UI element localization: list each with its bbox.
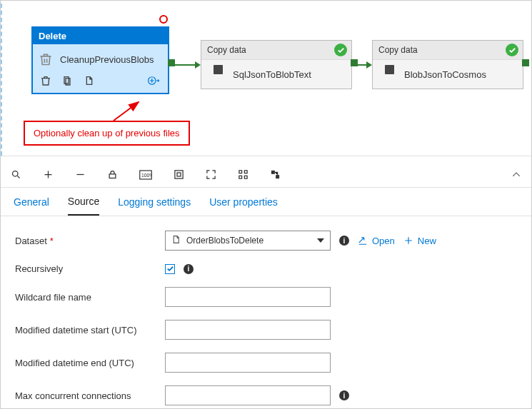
new-dataset-button[interactable]: New: [403, 236, 436, 246]
modified-end-input[interactable]: [165, 353, 331, 373]
zoom-100-icon[interactable]: 100%: [139, 170, 152, 180]
recursively-label: Recursively: [15, 263, 165, 274]
svg-rect-3: [109, 174, 116, 178]
activity-copy-2[interactable]: Copy data BlobJsonToCosmos: [372, 40, 523, 89]
add-output-icon[interactable]: [146, 74, 161, 87]
output-port[interactable]: [522, 59, 529, 66]
tab-general[interactable]: General: [14, 189, 49, 215]
svg-rect-13: [276, 175, 279, 178]
activity-type-label: Delete: [33, 28, 168, 44]
svg-line-1: [114, 102, 139, 121]
canvas-guide-line: [1, 4, 2, 156]
properties-tabs: General Source Logging settings User pro…: [1, 188, 531, 216]
search-icon[interactable]: [11, 169, 21, 180]
annotation-callout: Optionally clean up of previous files: [24, 121, 190, 146]
activity-name: BlobJsonToCosmos: [404, 69, 486, 80]
activity-delete[interactable]: Delete CleanupPreviousBlobs: [31, 26, 169, 94]
canvas-toolbar: 100%: [1, 162, 531, 188]
collapse-panel-icon[interactable]: [511, 170, 521, 180]
tab-source[interactable]: Source: [68, 188, 99, 216]
modified-start-input[interactable]: [165, 320, 331, 340]
validated-check-icon: [506, 44, 518, 56]
delete-action-icon[interactable]: [40, 75, 51, 86]
open-dataset-button[interactable]: Open: [358, 236, 395, 246]
copy-data-icon: [209, 67, 226, 81]
fullscreen-icon[interactable]: [206, 169, 216, 180]
auto-align-icon[interactable]: [238, 169, 249, 180]
activity-name: SqlJsonToBlobText: [233, 69, 311, 80]
info-icon[interactable]: i: [339, 390, 349, 400]
svg-text:100%: 100%: [141, 173, 152, 178]
dataset-select[interactable]: OrderBlobsToDelete: [165, 231, 331, 251]
copy-action-icon[interactable]: [83, 75, 94, 86]
svg-point-2: [13, 171, 19, 177]
zoom-in-icon[interactable]: [43, 169, 54, 180]
lock-icon[interactable]: [107, 169, 118, 180]
connector-arrow: [175, 61, 201, 69]
source-form: Dataset* OrderBlobsToDelete i Open New R…: [1, 216, 531, 409]
annotation-arrow: [110, 101, 142, 122]
recursively-checkbox[interactable]: [165, 264, 175, 274]
document-icon: [171, 234, 181, 247]
tab-user-properties[interactable]: User properties: [209, 189, 278, 215]
copy-data-icon: [380, 67, 397, 81]
svg-rect-9: [244, 171, 247, 173]
zoom-out-icon[interactable]: [75, 169, 86, 180]
wildcard-input[interactable]: [165, 287, 331, 307]
connector-arrow: [352, 61, 372, 69]
output-port[interactable]: [168, 59, 175, 66]
modified-end-label: Modified datetime end (UTC): [15, 358, 165, 368]
annotation-marker-circle: [159, 15, 168, 24]
svg-rect-6: [175, 171, 183, 178]
svg-rect-10: [239, 176, 242, 178]
validated-check-icon: [334, 44, 347, 56]
dataset-label: Dataset*: [15, 236, 165, 246]
max-conn-label: Max concurrent connections: [15, 390, 165, 401]
dataset-value: OrderBlobsToDelete: [186, 236, 317, 246]
max-conn-input[interactable]: [165, 385, 331, 405]
clone-action-icon[interactable]: [61, 75, 73, 86]
pipeline-canvas[interactable]: Delete CleanupPreviousBlobs Copy data: [1, 1, 531, 156]
info-icon[interactable]: i: [339, 236, 349, 246]
svg-rect-8: [239, 171, 242, 173]
fit-screen-icon[interactable]: [174, 169, 184, 180]
svg-rect-11: [244, 176, 247, 178]
info-icon[interactable]: i: [184, 264, 194, 274]
activity-type-label: Copy data: [378, 45, 418, 55]
svg-rect-7: [177, 173, 181, 176]
wildcard-label: Wildcard file name: [15, 292, 165, 303]
activity-copy-1[interactable]: Copy data SqlJsonToBlobText: [201, 40, 352, 89]
caret-down-icon: [317, 238, 324, 243]
trash-icon: [39, 51, 53, 67]
activity-name: CleanupPreviousBlobs: [60, 54, 154, 65]
activity-type-label: Copy data: [207, 45, 246, 55]
tab-logging-settings[interactable]: Logging settings: [118, 189, 191, 215]
flowchart-icon[interactable]: [270, 169, 281, 180]
modified-start-label: Modified datetime start (UTC): [15, 325, 165, 335]
svg-rect-12: [271, 171, 275, 174]
